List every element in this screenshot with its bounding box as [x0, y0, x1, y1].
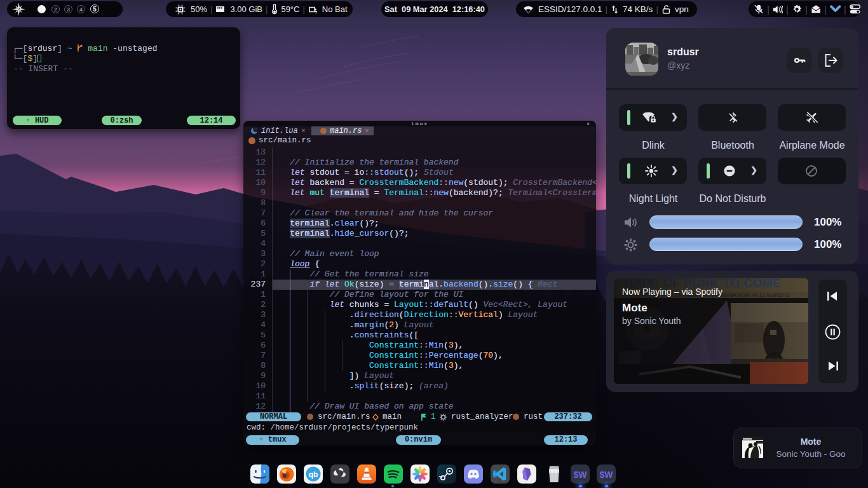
svg-text:$W: $W	[574, 470, 588, 480]
svg-text:$W: $W	[600, 470, 614, 480]
svg-text:qb: qb	[309, 470, 318, 479]
